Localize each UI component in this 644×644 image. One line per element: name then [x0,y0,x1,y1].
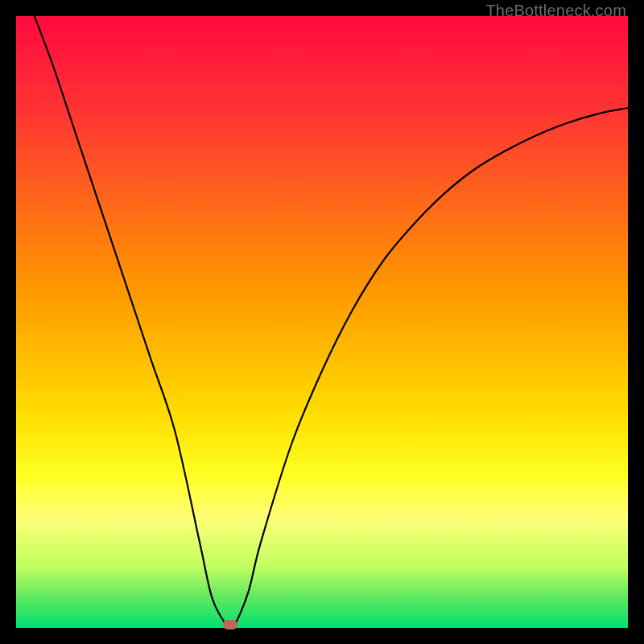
chart-frame [16,16,628,628]
chart-background-gradient [16,16,628,628]
minimum-point-marker [223,620,237,630]
